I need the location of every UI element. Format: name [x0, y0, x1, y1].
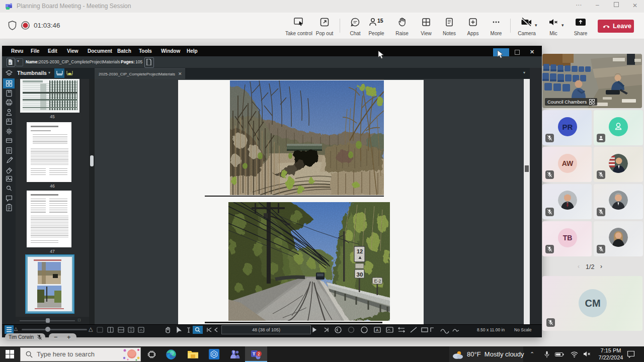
svg-text:T: T — [253, 351, 256, 356]
svg-text:15: 15 — [377, 18, 383, 24]
svg-text:T: T — [233, 351, 235, 354]
svg-text:A: A — [376, 328, 379, 332]
svg-text:2: 2 — [258, 351, 260, 356]
